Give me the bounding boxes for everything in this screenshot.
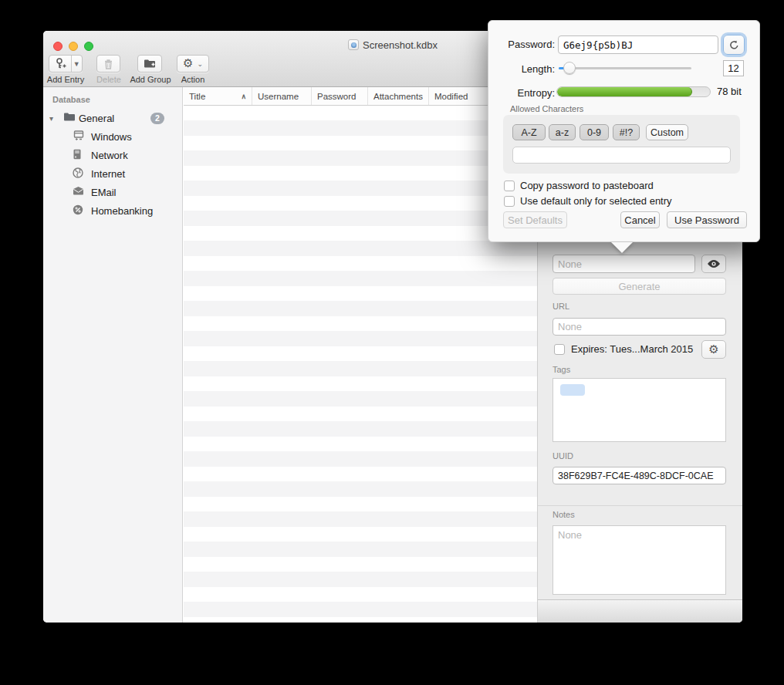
trash-icon <box>103 59 113 69</box>
url-input[interactable] <box>553 318 726 336</box>
toggle-lowercase[interactable]: a-z <box>549 124 576 140</box>
entry-count-badge: 2 <box>150 113 164 124</box>
cancel-button[interactable]: Cancel <box>620 211 660 228</box>
sidebar: Database ▾ General 2 <box>43 87 183 623</box>
add-entry-label: Add Entry <box>43 75 88 84</box>
windows-icon <box>73 130 85 143</box>
copy-to-pasteboard-row: Copy password to pasteboard <box>504 180 654 191</box>
popover-entropy-label: Entropy: <box>488 87 555 99</box>
percent-coin-icon <box>73 204 85 217</box>
password-generator-popover: Password: Length: Entropy: 78 bit Allowe… <box>488 20 760 242</box>
sidebar-group-general[interactable]: ▾ General 2 <box>43 109 182 127</box>
action-button[interactable]: ⚙ ⌄ <box>177 55 209 73</box>
slider-thumb[interactable] <box>563 62 576 74</box>
allowed-characters-label: Allowed Characters <box>510 104 583 113</box>
sidebar-section-header: Database <box>52 95 90 104</box>
window-title: Screenshot.kdbx <box>363 39 438 51</box>
action-label: Action <box>176 75 210 84</box>
toggle-custom[interactable]: Custom <box>646 124 688 140</box>
slider-track[interactable] <box>559 67 691 69</box>
entropy-fill <box>557 87 692 96</box>
notes-textarea[interactable] <box>553 525 726 595</box>
document-proxy-icon <box>348 39 359 50</box>
entry-table: Title ∧ Username Password Attachments Mo… <box>184 87 537 623</box>
entropy-meter <box>556 86 711 97</box>
delete-label: Delete <box>93 75 125 84</box>
uuid-section-label: UUID <box>553 451 573 461</box>
use-default-checkbox[interactable] <box>504 196 515 207</box>
uuid-field[interactable] <box>553 467 726 484</box>
sidebar-group-label: General <box>79 113 114 124</box>
popover-password-label: Password: <box>488 39 555 50</box>
password-input[interactable] <box>553 255 695 273</box>
popover-length-label: Length: <box>488 63 555 75</box>
popover-arrow <box>611 242 633 253</box>
notes-section-label: Notes <box>553 510 575 519</box>
sidebar-item-label: Internet <box>91 168 125 180</box>
sidebar-item-network[interactable]: Network <box>43 146 182 164</box>
reveal-password-button[interactable] <box>701 255 726 273</box>
use-default-row: Use default only for selected entry <box>504 195 672 207</box>
expires-row: Expires: Tues...March 2015 <box>554 343 693 355</box>
chevron-down-icon[interactable]: ▼ <box>72 60 82 68</box>
entropy-value: 78 bit <box>717 86 742 97</box>
url-section-label: URL <box>553 302 569 311</box>
inspector-footer-bar <box>538 599 742 623</box>
envelope-icon <box>73 186 85 198</box>
sidebar-item-label: EMail <box>91 187 117 198</box>
copy-to-pasteboard-label: Copy password to pasteboard <box>520 180 654 191</box>
screen: Screenshot.kdbx ▼ <box>0 0 784 685</box>
refresh-icon <box>729 40 739 50</box>
length-value-field[interactable] <box>723 60 744 76</box>
inspector-separator <box>538 505 742 506</box>
sidebar-item-internet[interactable]: Internet <box>43 164 182 183</box>
column-header-password[interactable]: Password <box>312 87 368 105</box>
tags-box[interactable] <box>553 378 726 442</box>
gear-icon: ⚙ <box>183 58 193 69</box>
generated-password-input[interactable] <box>558 35 718 54</box>
allowed-characters-box: A-Z a-z 0-9 #!? Custom <box>503 115 740 174</box>
eye-icon <box>707 259 721 268</box>
custom-characters-input[interactable] <box>512 147 731 164</box>
generate-password-button[interactable]: Generate <box>553 278 726 295</box>
column-header-attachments[interactable]: Attachments <box>368 87 429 105</box>
delete-button[interactable] <box>96 55 120 73</box>
expires-checkbox[interactable] <box>554 344 565 355</box>
toggle-digits[interactable]: 0-9 <box>580 124 609 140</box>
toggle-symbols[interactable]: #!? <box>613 124 640 140</box>
folder-plus-icon <box>144 59 156 69</box>
globe-icon <box>73 167 85 180</box>
use-password-button[interactable]: Use Password <box>667 211 747 228</box>
key-plus-icon <box>49 58 71 69</box>
tags-section-label: Tags <box>553 365 570 374</box>
chevron-down-icon: ⌄ <box>197 60 203 68</box>
add-group-button[interactable] <box>137 55 162 73</box>
sidebar-item-label: Windows <box>91 131 132 143</box>
toggle-uppercase[interactable]: A-Z <box>512 124 546 140</box>
gear-icon: ⚙ <box>708 344 718 356</box>
set-defaults-button[interactable]: Set Defaults <box>503 211 567 228</box>
folder-icon <box>63 112 76 124</box>
add-group-label: Add Group <box>127 75 174 84</box>
sidebar-item-windows[interactable]: Windows <box>43 127 182 146</box>
use-default-label: Use default only for selected entry <box>520 195 672 207</box>
sidebar-item-label: Homebanking <box>91 205 153 217</box>
expires-options-button[interactable]: ⚙ <box>701 340 726 359</box>
regenerate-password-button[interactable] <box>723 35 745 55</box>
tag-token[interactable] <box>560 384 585 396</box>
expires-label: Expires: Tues...March 2015 <box>571 343 693 355</box>
column-header-username[interactable]: Username <box>252 87 312 105</box>
sidebar-item-email[interactable]: EMail <box>43 183 182 201</box>
sort-ascending-icon: ∧ <box>241 93 246 100</box>
length-slider[interactable] <box>559 60 691 76</box>
table-header: Title ∧ Username Password Attachments Mo… <box>184 87 537 106</box>
disclosure-triangle-icon[interactable]: ▾ <box>49 114 53 123</box>
table-body-empty[interactable] <box>184 106 537 623</box>
server-icon <box>73 149 85 161</box>
copy-to-pasteboard-checkbox[interactable] <box>504 181 515 191</box>
column-header-title[interactable]: Title ∧ <box>184 87 252 105</box>
sidebar-item-label: Network <box>91 150 128 161</box>
add-entry-button[interactable]: ▼ <box>49 55 83 73</box>
sidebar-item-homebanking[interactable]: Homebanking <box>43 201 182 220</box>
